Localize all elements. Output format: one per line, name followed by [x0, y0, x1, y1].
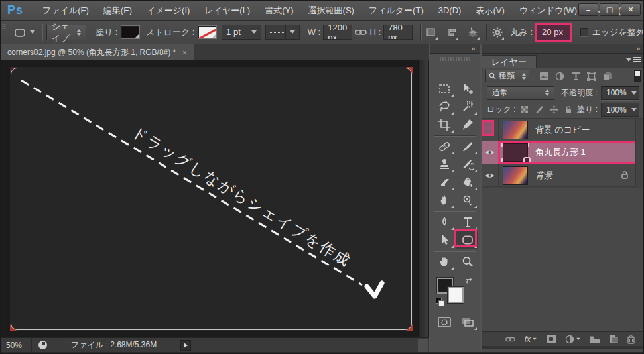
dodge-tool[interactable]	[456, 192, 478, 209]
shape-height-field[interactable]: 780 px	[383, 25, 413, 40]
tool-preset-picker[interactable]	[13, 25, 35, 40]
menu-view[interactable]: 表示(V)	[468, 1, 511, 21]
paint-bucket-tool[interactable]	[456, 174, 478, 191]
type-tool[interactable]	[456, 213, 478, 231]
move-tool[interactable]	[456, 80, 478, 97]
lasso-tool[interactable]	[433, 98, 455, 115]
visibility-toggle[interactable]	[482, 141, 499, 164]
link-dimensions-icon[interactable]	[354, 25, 367, 40]
filter-toggle-switch[interactable]	[634, 70, 641, 82]
panel-footer	[482, 346, 644, 349]
crop-tool[interactable]	[433, 116, 455, 133]
options-grip[interactable]	[2, 24, 6, 41]
menu-window[interactable]: ウィンドウ(W)	[512, 1, 584, 21]
lock-transparency-icon[interactable]	[520, 105, 529, 114]
link-layers-button[interactable]	[505, 336, 516, 343]
file-size-info: ファイル : 2.68M/5.36M	[71, 339, 157, 351]
tool-mode-select[interactable]: シェイプ	[46, 25, 86, 40]
gear-button[interactable]	[491, 25, 503, 40]
hand-tool[interactable]	[433, 253, 455, 270]
canvas-viewport[interactable]: ドラッグしながらシェイプを作成	[1, 60, 429, 337]
new-group-button[interactable]	[590, 335, 600, 343]
menu-layer[interactable]: レイヤー(L)	[197, 1, 257, 21]
delete-layer-button[interactable]	[627, 335, 635, 344]
visibility-toggle[interactable]	[482, 119, 499, 141]
new-adjustment-layer-button[interactable]	[565, 335, 581, 344]
screen-mode-button[interactable]	[456, 314, 478, 331]
align-edges-checkbox[interactable]	[580, 28, 588, 36]
maximize-button[interactable]: ▢	[600, 3, 619, 16]
layer-style-button[interactable]: fx	[525, 335, 537, 344]
dropdown-split	[285, 25, 295, 39]
background-color-swatch[interactable]	[448, 287, 464, 303]
smudge-tool[interactable]	[433, 192, 455, 209]
minimize-button[interactable]: –	[578, 3, 598, 16]
rounded-rectangle-tool[interactable]	[456, 231, 478, 249]
shape-width-field[interactable]: 1200 px	[323, 25, 352, 40]
new-layer-button[interactable]	[609, 335, 618, 343]
quick-mask-button[interactable]	[433, 314, 455, 331]
magic-wand-tool[interactable]	[456, 98, 478, 115]
panel-menu-button[interactable]	[626, 57, 641, 62]
document-tab[interactable]: corners02.jpg @ 50% (角丸長方形 1, RGB/8#) * …	[1, 44, 194, 60]
opacity-field[interactable]: 100%	[601, 86, 639, 100]
menu-filter[interactable]: フィルター(T)	[361, 1, 431, 21]
visibility-toggle[interactable]	[482, 164, 499, 186]
stroke-width-select[interactable]: 1 pt	[222, 25, 261, 40]
filter-shape-layers-icon[interactable]	[585, 70, 598, 82]
spot-healing-brush-tool[interactable]	[433, 138, 455, 155]
lock-position-icon[interactable]	[550, 105, 558, 114]
vertical-scrollbar[interactable]	[418, 60, 428, 337]
menu-3d[interactable]: 3D(D)	[431, 1, 469, 21]
tools-grip[interactable]	[440, 56, 470, 62]
fill-opacity-field[interactable]: 100%	[601, 103, 639, 117]
layer-row-background[interactable]: 背景	[482, 164, 644, 187]
clone-stamp-tool[interactable]	[433, 156, 455, 173]
stroke-style-select[interactable]	[265, 25, 300, 40]
stroke-swatch[interactable]	[198, 26, 216, 38]
lock-pixels-icon[interactable]	[535, 105, 544, 114]
eraser-tool[interactable]	[433, 174, 455, 191]
fill-swatch[interactable]	[121, 26, 139, 38]
layers-tab[interactable]: レイヤー	[482, 55, 537, 68]
tab-close-icon[interactable]: ×	[182, 48, 186, 56]
history-brush-tool[interactable]	[456, 156, 478, 173]
menu-image[interactable]: イメージ(I)	[139, 1, 197, 21]
status-detail-button[interactable]	[180, 340, 191, 351]
shape-layer-thumbnail[interactable]	[503, 143, 528, 162]
updown-icon	[522, 73, 526, 80]
corner-radius-field[interactable]: 20 px	[537, 25, 570, 40]
layers-collapse-header[interactable]: »	[482, 44, 644, 54]
lock-all-icon[interactable]	[564, 105, 572, 114]
layer-row-rounded-rectangle[interactable]: 角丸長方形 1	[482, 141, 644, 164]
blend-mode-select[interactable]: 通常	[487, 86, 554, 100]
zoom-tool[interactable]	[456, 253, 478, 270]
brush-tool[interactable]	[456, 138, 478, 155]
filter-type-layers-icon[interactable]	[569, 70, 582, 82]
menu-file[interactable]: ファイル(F)	[35, 1, 96, 21]
pen-tool[interactable]	[433, 213, 455, 231]
menu-select[interactable]: 選択範囲(S)	[301, 1, 361, 21]
path-selection-tool[interactable]	[433, 231, 455, 249]
path-alignment-button[interactable]	[446, 25, 458, 40]
layer-row-bg-copy[interactable]: 背景 のコピー	[482, 119, 644, 141]
filter-pixel-layers-icon[interactable]	[537, 70, 550, 82]
menu-edit[interactable]: 編集(E)	[96, 1, 139, 21]
layer-thumbnail[interactable]	[503, 166, 528, 185]
filter-smart-objects-icon[interactable]	[601, 70, 614, 82]
default-colors-icon[interactable]	[436, 298, 444, 306]
swap-colors-icon[interactable]: ⇄	[466, 276, 472, 285]
menu-type[interactable]: 書式(Y)	[257, 1, 300, 21]
dropdown-icon	[576, 338, 580, 341]
layer-thumbnail[interactable]	[503, 121, 528, 139]
close-button[interactable]: ✕	[621, 3, 641, 16]
filter-kind-select[interactable]: 種類	[485, 70, 529, 82]
tools-collapse-header[interactable]: »	[430, 44, 480, 54]
filter-adjustment-layers-icon[interactable]	[553, 70, 566, 82]
path-arrange-button[interactable]	[466, 25, 480, 40]
rectangular-marquee-tool[interactable]	[433, 80, 455, 97]
eyedropper-tool[interactable]	[456, 116, 478, 133]
zoom-level[interactable]: 50%	[6, 341, 22, 350]
add-layer-mask-button[interactable]	[546, 335, 556, 343]
path-operations-button[interactable]	[425, 25, 438, 40]
